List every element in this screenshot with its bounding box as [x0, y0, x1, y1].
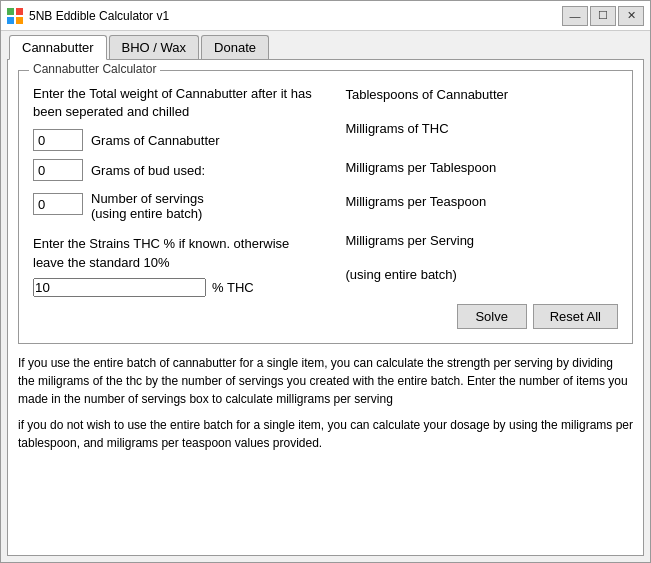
title-bar-left: 5NB Eddible Calculator v1 — [7, 8, 169, 24]
title-bar-controls: — ☐ ✕ — [562, 6, 644, 26]
thc-section: Enter the Strains THC % if known. otherw… — [33, 235, 316, 296]
servings-row: Number of servings (using entire batch) — [33, 191, 316, 221]
description-text: Enter the Total weight of Cannabutter af… — [33, 85, 316, 121]
result-mg-serving: Milligrams per Serving — [346, 231, 619, 251]
grams-bud-label: Grams of bud used: — [91, 163, 205, 178]
group-label: Cannabutter Calculator — [29, 62, 160, 76]
grams-cannabutter-label: Grams of Cannabutter — [91, 133, 220, 148]
maximize-button[interactable]: ☐ — [590, 6, 616, 26]
window-title: 5NB Eddible Calculator v1 — [29, 9, 169, 23]
grams-cannabutter-row: Grams of Cannabutter — [33, 129, 316, 151]
tab-donate[interactable]: Donate — [201, 35, 269, 59]
tab-bho-wax[interactable]: BHO / Wax — [109, 35, 200, 59]
grams-cannabutter-input[interactable] — [33, 129, 83, 151]
solve-button[interactable]: Solve — [457, 304, 527, 329]
servings-input[interactable] — [33, 193, 83, 215]
grams-bud-input[interactable] — [33, 159, 83, 181]
thc-percent-label: % THC — [212, 280, 254, 295]
result-mg-tablespoon: Milligrams per Tablespoon — [346, 158, 619, 178]
thc-description: Enter the Strains THC % if known. otherw… — [33, 235, 316, 271]
servings-sublabel: (using entire batch) — [91, 206, 204, 221]
tab-cannabutter[interactable]: Cannabutter — [9, 35, 107, 60]
info-paragraph-2: if you do not wish to use the entire bat… — [18, 416, 633, 452]
result-mg-teaspoon: Milligrams per Teaspoon — [346, 192, 619, 212]
left-column: Enter the Total weight of Cannabutter af… — [33, 81, 326, 329]
app-window: 5NB Eddible Calculator v1 — ☐ ✕ Cannabut… — [0, 0, 651, 563]
servings-label-group: Number of servings (using entire batch) — [91, 191, 204, 221]
reset-button[interactable]: Reset All — [533, 304, 618, 329]
results-section: Tablespoons of Cannabutter Milligrams of… — [346, 81, 619, 284]
app-icon — [7, 8, 23, 24]
servings-label: Number of servings — [91, 191, 204, 206]
right-column: Tablespoons of Cannabutter Milligrams of… — [326, 81, 619, 329]
thc-percent-input[interactable] — [33, 278, 206, 297]
content-area: Cannabutter Calculator Enter the Total w… — [7, 59, 644, 556]
svg-rect-0 — [7, 8, 14, 15]
result-mg-serving-sub: (using entire batch) — [346, 265, 619, 285]
minimize-button[interactable]: — — [562, 6, 588, 26]
grams-bud-row: Grams of bud used: — [33, 159, 316, 181]
calc-grid: Enter the Total weight of Cannabutter af… — [33, 81, 618, 329]
button-row: Solve Reset All — [346, 284, 619, 329]
thc-row: % THC — [33, 278, 316, 297]
result-mg-thc: Milligrams of THC — [346, 119, 619, 139]
info-paragraph-1: If you use the entire batch of cannabutt… — [18, 354, 633, 408]
tab-bar: Cannabutter BHO / Wax Donate — [1, 31, 650, 59]
info-section: If you use the entire batch of cannabutt… — [18, 354, 633, 452]
svg-rect-3 — [16, 17, 23, 24]
svg-rect-1 — [16, 8, 23, 15]
result-tablespoons: Tablespoons of Cannabutter — [346, 85, 619, 105]
calculator-group: Cannabutter Calculator Enter the Total w… — [18, 70, 633, 344]
title-bar: 5NB Eddible Calculator v1 — ☐ ✕ — [1, 1, 650, 31]
close-button[interactable]: ✕ — [618, 6, 644, 26]
svg-rect-2 — [7, 17, 14, 24]
